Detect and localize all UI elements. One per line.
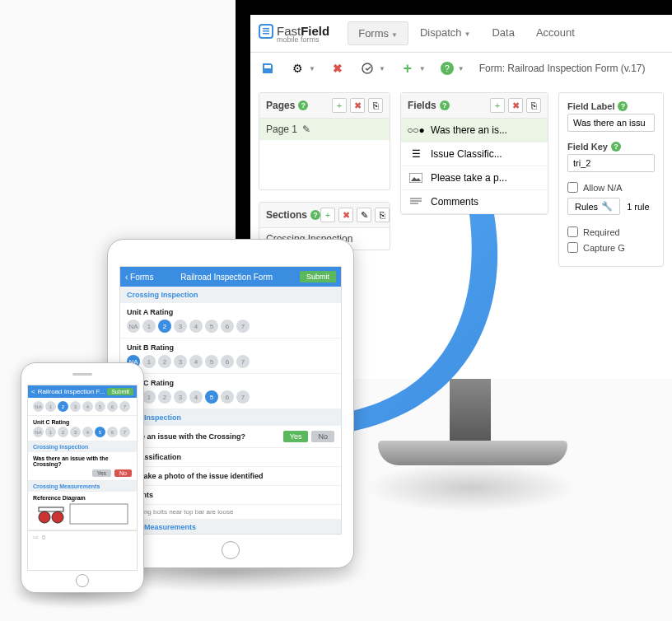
field-row[interactable]: Comments <box>401 190 548 214</box>
yes-button[interactable]: Yes <box>283 431 309 442</box>
field-row[interactable]: ☰ Issue Classific... <box>401 142 548 166</box>
svg-rect-2 <box>263 33 269 35</box>
no-button[interactable]: No <box>114 469 132 477</box>
help-icon[interactable]: ? <box>441 62 454 75</box>
svg-point-3 <box>362 63 372 73</box>
required-checkbox[interactable]: Required <box>567 226 655 237</box>
classification-field[interactable]: e Classification <box>120 448 341 467</box>
no-button[interactable]: No <box>311 431 334 442</box>
back-button[interactable]: < <box>31 388 35 395</box>
rules-row: Rules🔧 1 rule <box>567 198 655 215</box>
home-button[interactable] <box>222 541 240 559</box>
diagram-field: Reference Diagram <box>28 492 137 530</box>
svg-rect-4 <box>409 173 422 183</box>
field-row[interactable]: Please take a p... <box>401 166 548 190</box>
nav-account[interactable]: Account <box>526 21 585 45</box>
close-icon[interactable]: ✖ <box>330 61 345 76</box>
reference-diagram <box>33 501 132 525</box>
nav-data[interactable]: Data <box>482 21 524 45</box>
help-icon[interactable]: ? <box>611 142 621 152</box>
rating-dots[interactable]: NA1234567 <box>28 398 137 416</box>
monitor-shadow <box>364 463 578 512</box>
rating-field-icon: ○○● <box>408 124 424 136</box>
logo-block: FastField mobile forms <box>259 24 348 44</box>
nav-dispatch[interactable]: Dispatch▼ <box>410 21 481 45</box>
phone-speaker <box>72 373 92 376</box>
field-row[interactable]: ○○● Was there an is... <box>401 119 548 142</box>
properties-column: Field Label? Field Key? Allow N/A Rules🔧… <box>558 92 664 267</box>
help-icon[interactable]: ? <box>310 210 320 220</box>
properties-panel: Field Label? Field Key? Allow N/A Rules🔧… <box>558 92 664 267</box>
submit-button[interactable]: Submit <box>300 271 336 282</box>
svg-rect-0 <box>263 28 269 30</box>
copy-field-button[interactable]: ⎘ <box>526 98 541 113</box>
gear-icon[interactable]: ⚙ <box>290 61 305 76</box>
list-field-icon: ☰ <box>408 148 424 160</box>
fields-title: Fields? <box>408 100 450 111</box>
photo-field-icon <box>408 172 424 184</box>
edit-section-button[interactable]: ✎ <box>357 208 371 222</box>
section-header: sing Inspection <box>120 409 341 426</box>
help-icon[interactable]: ? <box>298 100 308 110</box>
caret-down-icon: ▼ <box>379 65 385 72</box>
add-icon[interactable]: + <box>400 61 415 76</box>
field-label-input[interactable] <box>567 114 655 132</box>
home-button[interactable] <box>76 574 89 587</box>
help-icon[interactable]: ? <box>618 101 628 111</box>
copy-section-button[interactable]: ⎘ <box>375 208 390 222</box>
edit-icon[interactable] <box>360 61 375 76</box>
add-page-button[interactable]: + <box>332 98 347 113</box>
photo-field[interactable]: ase take a photo of the issue identified <box>120 467 341 486</box>
save-icon[interactable] <box>260 61 275 76</box>
delete-page-button[interactable]: ✖ <box>350 98 365 113</box>
yes-button[interactable]: Yes <box>92 469 111 477</box>
sections-panel-head: Sections? + ✖ ✎ ⎘ <box>259 203 390 228</box>
field-label: Comments <box>431 196 478 208</box>
rating-field[interactable]: Unit C Rating NA1234567 <box>28 416 137 441</box>
field-label: Was there an is... <box>431 124 507 136</box>
form-name-label: Form: Railroad Inspection Form (v.17) <box>479 63 646 74</box>
rules-button[interactable]: Rules🔧 <box>567 198 620 215</box>
field-label: Please take a p... <box>431 172 507 184</box>
comment-value: crossing bolts near top bar are loose <box>120 505 341 519</box>
yesno-field: Was there an issue with the Crossing? Ye… <box>28 452 137 481</box>
capture-checkbox[interactable]: Capture G <box>567 242 655 253</box>
pages-title: Pages? <box>266 100 308 111</box>
rating-dots-a[interactable]: NA1234567 <box>127 320 334 333</box>
fields-panel-head: Fields? + ✖ ⎘ <box>401 93 548 119</box>
svg-marker-5 <box>411 177 421 181</box>
add-section-button[interactable]: + <box>320 208 335 222</box>
phone-device: < Railroad Inspection F... Submit NA1234… <box>21 362 144 593</box>
back-button[interactable]: ‹ Forms <box>125 273 153 282</box>
rating-field[interactable]: Unit C Rating NA1234567 <box>120 374 341 409</box>
rating-field[interactable]: Unit B Rating NA1234567 <box>120 339 341 374</box>
rating-dots-b[interactable]: NA1234567 <box>127 355 334 368</box>
delete-field-button[interactable]: ✖ <box>508 98 523 113</box>
rating-field[interactable]: Unit A Rating NA1234567 <box>120 303 341 339</box>
comments-field[interactable]: nments <box>120 486 341 505</box>
sections-actions: + ✖ ✎ ⎘ <box>320 208 390 222</box>
nav-forms[interactable]: Forms▼ <box>348 21 408 45</box>
section-header: Crossing Inspection <box>120 287 341 303</box>
fields-panel: Fields? + ✖ ⎘ ○○● Was there an is... ☰ I <box>400 92 548 215</box>
toolbar: ⚙▼ ✖ ▼ +▼ ?▼ Form: Railroad Inspection F… <box>250 53 672 84</box>
page-row[interactable]: Page 1✎ <box>259 119 390 140</box>
add-field-button[interactable]: + <box>490 98 505 113</box>
delete-section-button[interactable]: ✖ <box>338 208 353 222</box>
allow-na-checkbox[interactable]: Allow N/A <box>567 182 655 193</box>
svg-rect-17 <box>70 504 128 524</box>
field-label-prop: Field Label? <box>567 101 655 132</box>
rating-dots-c[interactable]: NA1234567 <box>127 390 334 404</box>
field-key-input[interactable] <box>567 154 655 172</box>
copy-page-button[interactable]: ⎘ <box>368 98 383 113</box>
svg-point-14 <box>39 511 50 523</box>
help-icon[interactable]: ? <box>440 100 450 110</box>
pencil-icon[interactable]: ✎ <box>302 124 310 135</box>
monitor-neck <box>450 379 491 445</box>
yesno-field: there an issue with the Crossing? YesNo <box>120 426 341 448</box>
rating-dots[interactable]: NA1234567 <box>33 427 132 437</box>
submit-button[interactable]: Submit <box>107 388 133 395</box>
caret-down-icon: ▼ <box>391 31 398 39</box>
svg-rect-1 <box>263 30 269 32</box>
caret-down-icon: ▼ <box>464 30 471 38</box>
